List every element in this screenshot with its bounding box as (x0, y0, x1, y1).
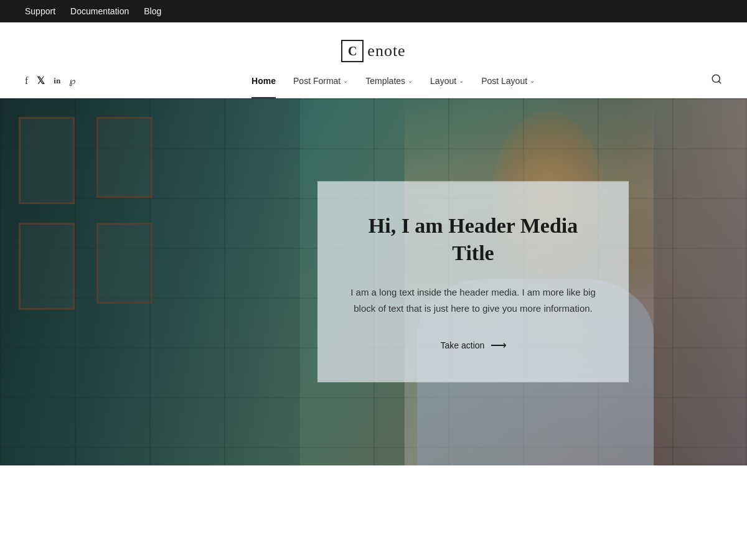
hero-window-4 (96, 223, 153, 304)
svg-line-1 (718, 81, 720, 83)
logo-letter: C (341, 40, 364, 62)
social-icons: f 𝕏 in ℘ (25, 75, 75, 86)
nav-right (711, 73, 722, 88)
nav-item-post-layout[interactable]: Post Layout ⌄ (481, 76, 535, 86)
hero-content-box: Hi, I am Header Media Title I am a long … (317, 181, 629, 382)
twitter-icon[interactable]: 𝕏 (37, 75, 45, 86)
topbar-support-link[interactable]: Support (25, 6, 55, 16)
hero-window-3 (96, 117, 153, 198)
nav-item-home[interactable]: Home (251, 76, 276, 86)
search-icon[interactable] (711, 73, 722, 88)
nav-menu: Home Post Format ⌄ Templates ⌄ Layout ⌄ … (251, 76, 535, 86)
logo-name: enote (367, 42, 405, 60)
logo[interactable]: C enote (341, 40, 405, 62)
hero-section: Hi, I am Header Media Title I am a long … (0, 98, 747, 465)
hero-title: Hi, I am Header Media Title (347, 212, 599, 267)
hero-description: I am a long text inside the header media… (347, 285, 599, 317)
pinterest-icon[interactable]: ℘ (69, 75, 75, 86)
hero-window-2 (19, 223, 75, 310)
linkedin-icon[interactable]: in (54, 76, 60, 86)
nav-item-post-format[interactable]: Post Format ⌄ (293, 76, 348, 86)
hero-window-1 (19, 117, 75, 204)
hero-cta-button[interactable]: Take action ⟶ (441, 339, 506, 353)
hero-arrow-icon: ⟶ (491, 339, 505, 353)
top-bar: Support Documentation Blog (0, 0, 747, 22)
chevron-down-icon: ⌄ (459, 77, 464, 84)
hero-cta-label: Take action (441, 341, 485, 351)
chevron-down-icon: ⌄ (530, 77, 535, 84)
topbar-blog-link[interactable]: Blog (144, 6, 161, 16)
facebook-icon[interactable]: f (25, 75, 28, 86)
nav-item-layout[interactable]: Layout ⌄ (430, 76, 464, 86)
chevron-down-icon: ⌄ (343, 77, 348, 84)
hero-right-blur (622, 98, 747, 465)
nav-item-templates[interactable]: Templates ⌄ (365, 76, 413, 86)
chevron-down-icon: ⌄ (408, 77, 413, 84)
logo-area: C enote (0, 22, 747, 73)
main-nav: f 𝕏 in ℘ Home Post Format ⌄ Templates ⌄ … (0, 73, 747, 98)
topbar-documentation-link[interactable]: Documentation (70, 6, 129, 16)
